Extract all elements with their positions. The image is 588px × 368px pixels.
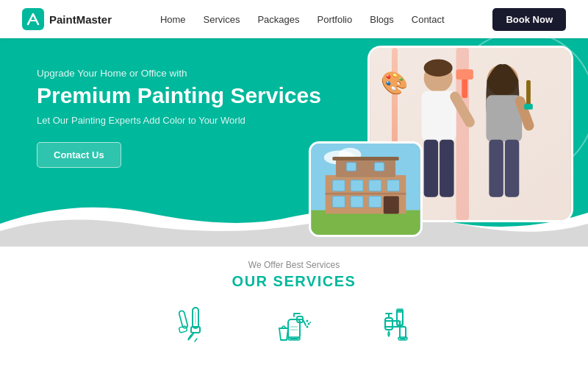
- services-section: We Offer Best Services OUR SERVICES: [0, 247, 588, 368]
- svg-rect-19: [524, 104, 533, 110]
- svg-rect-9: [424, 140, 439, 197]
- services-title: OUR SERVICES: [232, 273, 356, 290]
- svg-rect-26: [351, 180, 363, 191]
- paint-brush-icon: [171, 305, 209, 343]
- nav-services[interactable]: Services: [204, 14, 240, 25]
- logo[interactable]: PaintMaster: [22, 8, 112, 30]
- svg-rect-23: [312, 210, 420, 235]
- svg-rect-14: [489, 140, 503, 197]
- nav-portfolio[interactable]: Portfolio: [318, 14, 353, 25]
- hero-subtitle: Upgrade Your Home or Office with: [37, 68, 321, 79]
- svg-rect-34: [336, 159, 395, 177]
- svg-rect-36: [374, 163, 384, 171]
- navbar: PaintMaster Home Services Packages Portf…: [0, 0, 588, 38]
- house-illustration: [311, 144, 420, 235]
- hero-image-house: [309, 141, 423, 237]
- service-spray: [275, 305, 313, 343]
- svg-point-49: [309, 322, 311, 323]
- book-now-button[interactable]: Book Now: [492, 8, 566, 31]
- hero-title: Premium Painting Services: [37, 83, 321, 109]
- svg-rect-0: [22, 8, 44, 30]
- svg-rect-17: [456, 69, 473, 79]
- nav-contact[interactable]: Contact: [412, 14, 445, 25]
- svg-point-46: [306, 320, 309, 322]
- service-plumbing: [379, 305, 417, 343]
- nav-blogs[interactable]: Blogs: [370, 14, 394, 25]
- svg-rect-32: [369, 197, 381, 208]
- svg-rect-10: [440, 140, 454, 197]
- nav-links: Home Services Packages Portfolio Blogs C…: [112, 13, 492, 26]
- hero-description: Let Our Painting Experts Add Color to Yo…: [37, 115, 321, 126]
- svg-rect-18: [526, 80, 531, 105]
- svg-point-48: [306, 326, 309, 328]
- plumbing-icon: [379, 305, 417, 343]
- hero-images: [309, 46, 573, 244]
- svg-rect-27: [369, 180, 381, 191]
- service-painting: [171, 305, 209, 343]
- svg-rect-15: [505, 140, 520, 197]
- svg-rect-28: [387, 180, 400, 191]
- svg-rect-33: [384, 197, 399, 214]
- svg-rect-55: [397, 321, 403, 327]
- hero-content: Upgrade Your Home or Office with Premium…: [37, 68, 321, 168]
- logo-icon: [22, 8, 44, 30]
- svg-rect-37: [332, 157, 399, 160]
- services-icons-row: [171, 305, 417, 343]
- svg-rect-30: [332, 197, 345, 208]
- spray-can-icon: [275, 305, 313, 343]
- services-subtitle: We Offer Best Services: [248, 260, 340, 270]
- nav-home[interactable]: Home: [160, 14, 186, 25]
- svg-rect-31: [351, 197, 363, 208]
- brand-name: PaintMaster: [49, 13, 112, 26]
- svg-rect-41: [179, 326, 187, 333]
- hero-section: Upgrade Your Home or Office with Premium…: [0, 38, 588, 248]
- contact-us-button[interactable]: Contact Us: [37, 142, 121, 168]
- svg-rect-35: [346, 163, 356, 171]
- svg-point-6: [424, 60, 453, 77]
- nav-packages[interactable]: Packages: [257, 14, 299, 25]
- svg-point-47: [308, 323, 310, 325]
- svg-rect-25: [332, 180, 345, 191]
- svg-rect-56: [385, 318, 392, 330]
- svg-rect-40: [179, 311, 188, 329]
- svg-rect-29: [326, 193, 406, 195]
